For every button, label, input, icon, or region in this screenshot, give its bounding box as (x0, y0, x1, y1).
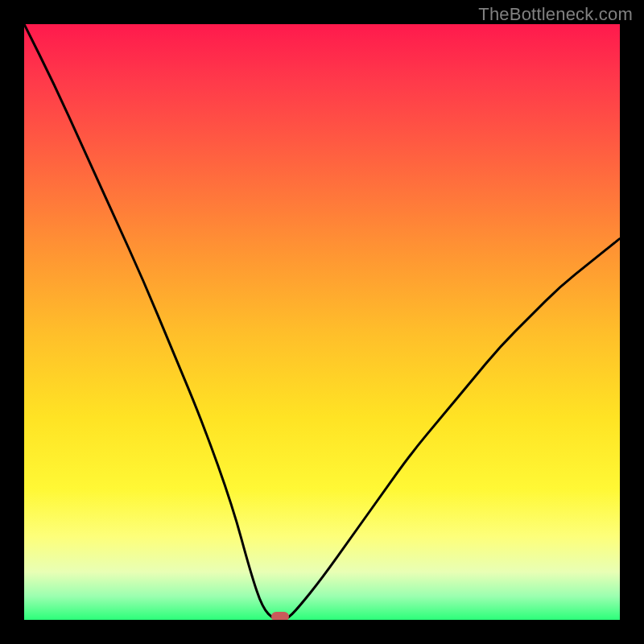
optimum-marker (271, 612, 289, 620)
bottleneck-curve (24, 24, 620, 620)
chart-frame: TheBottleneck.com (0, 0, 644, 644)
plot-area (24, 24, 620, 620)
watermark-text: TheBottleneck.com (478, 4, 633, 25)
